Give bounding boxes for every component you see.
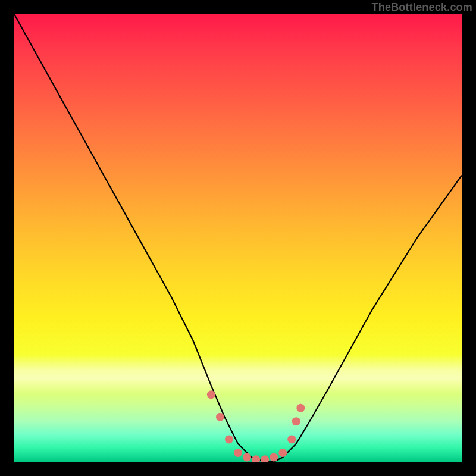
chart-frame: TheBottleneck.com [0, 0, 476, 476]
data-marker [270, 453, 278, 462]
curve-layer [14, 14, 462, 462]
data-marker [243, 453, 251, 462]
data-marker [252, 455, 260, 462]
bottleneck-curve [14, 14, 462, 462]
data-marker [207, 390, 215, 399]
data-marker [296, 404, 305, 412]
data-marker [278, 449, 287, 457]
marker-group [207, 390, 305, 462]
data-marker [225, 435, 233, 443]
data-marker [261, 455, 269, 462]
data-marker [287, 435, 296, 443]
data-marker [234, 449, 242, 457]
data-marker [292, 417, 300, 425]
watermark-text: TheBottleneck.com [372, 1, 472, 14]
plot-area [14, 14, 462, 462]
data-marker [216, 413, 224, 421]
